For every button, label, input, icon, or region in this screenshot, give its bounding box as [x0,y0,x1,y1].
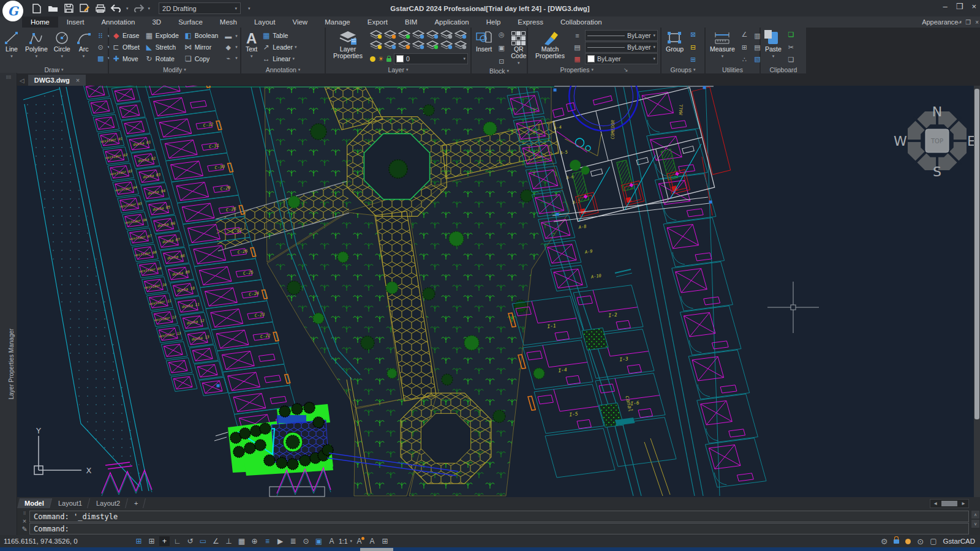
snap-mode-toggle[interactable]: + [159,536,170,546]
match-properties-button[interactable]: Match Properties [530,29,570,66]
center-snap-toggle[interactable]: ⊕ [249,536,260,546]
layer-on-icon[interactable] [370,56,375,62]
canvas-vertical-scrollbar[interactable] [974,86,980,497]
scroll-left-icon[interactable]: ◄ [930,501,940,506]
qr-code-button[interactable]: QR Code▾ [509,29,528,67]
panel-label-utilities[interactable]: Utilities [706,66,760,73]
layer-select[interactable]: 0▾ [394,53,468,64]
dynamic-input-toggle[interactable]: ▭ [198,536,208,546]
layer-tool-icon-7[interactable] [370,40,383,50]
command-close-icon[interactable]: × [20,517,29,525]
selection-cycling-toggle[interactable]: ▶ [275,536,285,546]
ribbon-tab-application[interactable]: Application [426,17,477,28]
lineweight-toggle[interactable]: ≡ [262,536,273,546]
drawing-canvas[interactable]: vestidor 01vestidor 02vestidor 03vestido… [17,86,974,497]
copy-clip-icon[interactable]: ❏ [786,30,796,39]
toolbar-options-icon[interactable]: ▾ [248,6,251,11]
layer-tool-icon-9[interactable] [398,40,412,50]
minimize-button[interactable]: – [943,2,948,11]
linear-button[interactable]: ↔Linear▾ [262,53,296,64]
dock-grip-icon[interactable]: ⠿⠿ [0,75,17,80]
stretch-button[interactable]: ◣Stretch [145,42,179,53]
doc-restore-button[interactable]: ❒ [965,19,971,26]
layer-tool-icon-8[interactable] [384,40,398,50]
document-tab[interactable]: DWG3.dwg× [28,75,86,86]
print-icon[interactable] [94,3,107,14]
clean-screen-toggle[interactable]: ▣ [314,536,324,546]
layer-properties-button[interactable]: Layer Properties [328,29,368,66]
ribbon-tab-surface[interactable]: Surface [170,17,211,28]
line-button[interactable]: Line▾ [2,29,21,66]
quick-calc[interactable]: ⊞ [380,536,390,546]
doc-close-button[interactable]: × [975,19,979,26]
command-input[interactable]: Command: [29,523,969,534]
text-button[interactable]: A Text▾ [244,29,259,66]
layer-thaw-icon[interactable]: ☀ [378,55,384,63]
doc-minimize-button[interactable]: – [958,19,962,26]
object-snap-toggle[interactable]: ⊥ [224,536,234,546]
workspace-select[interactable]: 2D Drafting▾ [159,2,241,14]
panel-label-layer[interactable]: Layer▾ [326,66,470,73]
lineweight-select[interactable]: ByLayer▾ [585,30,658,41]
tab-close-icon[interactable]: × [76,77,80,84]
open-folder-icon[interactable] [47,3,59,14]
appearance-menu[interactable]: Appearance▾ [922,17,962,28]
color-select[interactable]: ByLayer▾ [585,53,658,64]
group-button[interactable]: Group [664,29,685,66]
circle-button[interactable]: Circle▾ [52,29,72,66]
layer-tool-icon-2[interactable] [398,30,412,40]
panel-label-groups[interactable]: Groups▾ [662,66,704,73]
tab-add-layout[interactable]: + [127,498,146,508]
vertical-scrollbar-thumb[interactable] [974,89,979,419]
ribbon-tab-view[interactable]: View [284,17,316,28]
command-grip-icon[interactable]: ⠿ [20,509,29,517]
ribbon-tab-express[interactable]: Express [509,17,552,28]
polar-tracking-toggle[interactable]: ↺ [185,536,195,546]
leader-button[interactable]: ↗Leader▾ [262,42,296,53]
auto-annotation-toggle[interactable]: A [367,536,377,546]
erase-button[interactable]: ◆Erase [111,30,140,41]
id-point-icon[interactable]: ∴ [739,55,750,64]
layer-tool-icon-11[interactable] [426,40,440,50]
multiple-points-icon[interactable]: ⠿ [96,32,106,41]
arc-button[interactable]: Arc▾ [75,29,93,66]
layer-tool-icon-10[interactable] [412,40,426,50]
break-icon[interactable]: ⌁ [223,54,233,63]
layer-tool-icon-3[interactable] [412,30,426,40]
panel-label-annotation[interactable]: Annotation▾ [241,66,325,73]
linetype-select[interactable]: ByLayer▾ [585,42,658,53]
group-select-icon[interactable]: ⊞ [688,55,698,64]
boolean-button[interactable]: ◧Boolean [184,30,219,41]
table-button[interactable]: ▦Table [262,30,296,41]
command-edit-icon[interactable]: ✎ [20,525,29,533]
linetype-list-icon[interactable]: ▤ [572,43,582,52]
settings-gear-icon[interactable]: ⚙ [881,537,888,546]
panel-label-clipboard[interactable]: Clipboard [761,66,806,73]
ortho-toggle[interactable]: ∟ [172,536,183,546]
isoplane-toggle[interactable]: ∠ [211,536,221,546]
layer-isolate-toggle[interactable]: ≣ [288,536,298,546]
layer-tool-icon-0[interactable] [370,30,383,40]
base-point-icon[interactable]: ◎ [496,30,507,39]
ribbon-tab-manage[interactable]: Manage [316,17,359,28]
panel-label-modify[interactable]: Modify▾ [109,66,240,73]
ribbon-tab-mesh[interactable]: Mesh [211,17,246,28]
insert-button[interactable]: Insert [474,29,494,67]
measure-button[interactable]: Measure▾ [708,29,737,66]
redo-icon[interactable] [132,3,145,14]
ribbon-tab-export[interactable]: Export [359,17,396,28]
ribbon-tab-layout[interactable]: Layout [246,17,284,28]
ribbon-tab-3d[interactable]: 3D [143,17,170,28]
annotation-scale-figure[interactable]: A [326,536,337,546]
ribbon-tab-annotation[interactable]: Annotation [92,17,143,28]
properties-dialog-launcher[interactable]: ↘ [624,67,628,73]
ribbon-tab-home[interactable]: Home [22,17,58,28]
ribbon-tab-bim[interactable]: BIM [396,17,426,28]
copy-button[interactable]: ❏Copy [184,53,219,64]
layer-tool-icon-12[interactable] [440,40,454,50]
redo-dropdown-icon[interactable]: ▾ [148,6,151,11]
lineweight-list-icon[interactable]: ≡ [572,31,582,40]
tab-scroll-left-icon[interactable]: ◁ [20,77,24,84]
restore-button[interactable]: ❒ [956,2,963,11]
snap-toggle[interactable]: ⊞ [134,536,144,546]
